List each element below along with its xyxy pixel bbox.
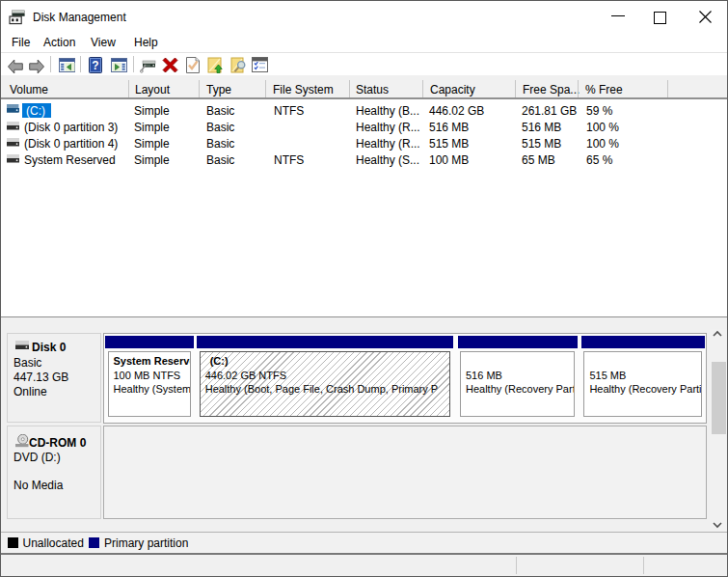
svg-text:?: ? xyxy=(92,59,98,72)
